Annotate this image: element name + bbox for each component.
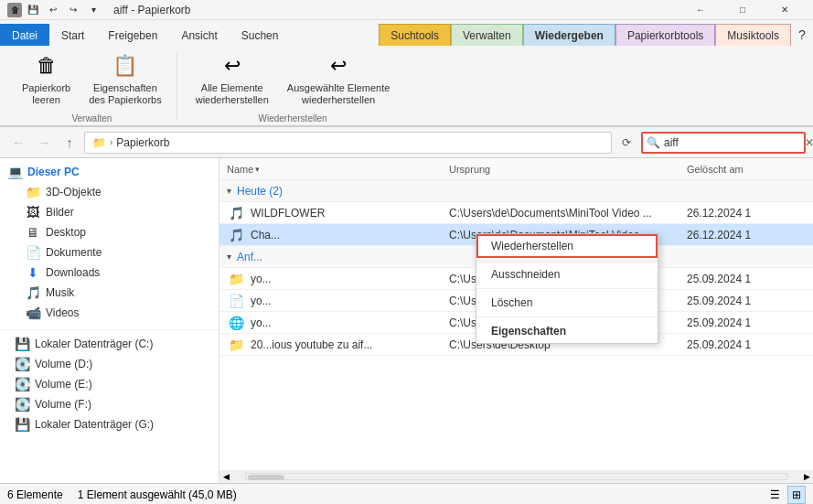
volume-d-icon: 💽 (15, 357, 29, 371)
sidebar-item-downloads-label: Downloads (46, 266, 211, 279)
tab-freigeben[interactable]: Freigeben (96, 24, 169, 46)
sidebar-item-downloads[interactable]: ⬇ Downloads (0, 263, 219, 283)
tab-ansicht[interactable]: Ansicht (169, 24, 229, 46)
tab-datei[interactable]: Datei (0, 24, 49, 46)
sidebar-item-volume-d[interactable]: 💽 Volume (D:) (0, 354, 219, 374)
zo-icon: 📁 (227, 336, 245, 354)
btn-eigenschaften[interactable]: 📋 Eigenschaftendes Papierkorbs (81, 48, 169, 110)
help-button[interactable]: ? (791, 24, 813, 46)
ausschneiden-label: Ausschneiden (491, 268, 560, 281)
close-button[interactable]: ✕ (764, 0, 806, 20)
file-row-wildflower[interactable]: 🎵 WILDFLOWER C:\Users\de\Documents\MiniT… (219, 202, 813, 224)
sidebar-item-lokaler-g-label: Lokaler Datenträger (G:) (35, 418, 211, 431)
search-clear-button[interactable]: ✕ (805, 136, 813, 149)
lokaler-c-icon: 💾 (15, 337, 29, 351)
sidebar-item-musik-label: Musik (46, 286, 211, 299)
ribbon-group-verwalten: 🗑 Papierkorbleeren 📋 Eigenschaftendes Pa… (7, 51, 177, 121)
refresh-button[interactable]: ⟳ (615, 132, 637, 154)
yo2-deleted: 25.09.2024 1 (687, 295, 806, 307)
qat-redo[interactable]: ↪ (64, 1, 82, 19)
title-bar-left: 🗑 💾 ↩ ↪ ▾ aiff - Papierkorb (7, 1, 191, 19)
yo2-icon: 📄 (227, 292, 245, 310)
volume-f-icon: 💽 (15, 397, 29, 412)
ribbon-tab-bar: Datei Start Freigeben Ansicht Suchen Suc… (0, 20, 813, 46)
dokumente-icon: 📄 (26, 245, 40, 260)
main-area: 💻 Dieser PC 📁 3D-Objekte 🖼 Bilder 🖥 Desk… (0, 158, 813, 483)
qat-save[interactable]: 💾 (24, 1, 42, 19)
file-group-heute[interactable]: ▾ Heute (2) (219, 180, 813, 202)
tab-papierkorbtools[interactable]: Papierkorbtools (615, 24, 715, 46)
status-selected: 1 Element ausgewählt (45,0 MB) (78, 488, 237, 501)
btn-papierkorb-leeren[interactable]: 🗑 Papierkorbleeren (15, 48, 78, 110)
sidebar-item-lokaler-g[interactable]: 💾 Lokaler Datenträger (G:) (0, 414, 219, 434)
hscroll-thumb[interactable] (248, 475, 284, 480)
col-deleted-label: Gelöscht am (687, 164, 743, 175)
yo3-icon: 🌐 (227, 314, 245, 332)
col-origin-header[interactable]: Ursprung (449, 164, 687, 175)
hscroll-track[interactable] (245, 473, 787, 480)
hscroll-left[interactable]: ◀ (219, 470, 232, 483)
tab-musiktools[interactable]: Musiktools (715, 24, 791, 46)
search-icon: 🔍 (647, 136, 660, 149)
col-name-header[interactable]: Name ▾ (227, 164, 449, 175)
yo3-name: yo... (251, 316, 449, 329)
title-bar: 🗑 💾 ↩ ↪ ▾ aiff - Papierkorb ← □ ✕ (0, 0, 813, 20)
tab-verwalten[interactable]: Verwalten (451, 24, 523, 46)
context-menu-item-loeschen[interactable]: Löschen (476, 291, 658, 315)
btn-eigenschaften-label: Eigenschaftendes Papierkorbs (89, 82, 162, 106)
sidebar-item-lokaler-c[interactable]: 💾 Lokaler Datenträger (C:) (0, 334, 219, 354)
context-menu-item-ausschneiden[interactable]: Ausschneiden (476, 263, 658, 286)
ribbon-group-wiederherstellen-buttons: ↩ Alle Elementewiederherstellen ↩ Ausgew… (188, 48, 398, 110)
context-menu-item-wiederherstellen[interactable]: Wiederherstellen (476, 234, 658, 258)
sidebar-item-volume-e-label: Volume (E:) (35, 378, 211, 391)
btn-papierkorb-leeren-label: Papierkorbleeren (22, 82, 70, 106)
horizontal-scrollbar[interactable]: ◀ ▶ (219, 470, 813, 483)
maximize-button[interactable]: □ (722, 0, 764, 20)
ribbon-group-wiederherstellen: ↩ Alle Elementewiederherstellen ↩ Ausgew… (181, 51, 405, 121)
back-button[interactable]: ← (7, 132, 29, 154)
status-info: 6 Elemente 1 Element ausgewählt (45,0 MB… (7, 488, 237, 501)
sidebar-item-bilder[interactable]: 🖼 Bilder (0, 202, 219, 222)
context-menu-item-eigenschaften[interactable]: Eigenschaften (476, 319, 658, 343)
restore-all-icon: ↩ (218, 51, 247, 80)
zo-name: 20...ious youtube zu aif... (251, 338, 449, 351)
tab-start[interactable]: Start (49, 24, 96, 46)
btn-alle-wiederherstellen[interactable]: ↩ Alle Elementewiederherstellen (188, 48, 276, 110)
forward-button[interactable]: → (33, 132, 55, 154)
musik-icon: 🎵 (26, 285, 40, 300)
sidebar-item-desktop[interactable]: 🖥 Desktop (0, 222, 219, 242)
sidebar-item-3d-objekte[interactable]: 📁 3D-Objekte (0, 182, 219, 202)
tab-suchtools[interactable]: Suchtools (379, 24, 451, 46)
qat-undo[interactable]: ↩ (44, 1, 62, 19)
context-menu: Wiederherstellen Ausschneiden Löschen Ei… (476, 233, 658, 344)
sidebar-item-dokumente[interactable]: 📄 Dokumente (0, 242, 219, 263)
ribbon-group-verwalten-label: Verwalten (71, 113, 112, 123)
up-button[interactable]: ↑ (59, 132, 80, 154)
eigenschaften-label: Eigenschaften (491, 325, 566, 338)
sidebar-item-dieser-pc[interactable]: 💻 Dieser PC (0, 162, 219, 182)
col-deleted-header[interactable]: Gelöscht am (687, 164, 806, 175)
tab-suchen[interactable]: Suchen (230, 24, 291, 46)
sidebar-item-volume-f[interactable]: 💽 Volume (F:) (0, 394, 219, 414)
yo1-deleted: 25.09.2024 1 (687, 273, 806, 285)
btn-ausgewaehlte-wiederherstellen[interactable]: ↩ Ausgewählte Elementewiederherstellen (280, 48, 398, 110)
minimize-button[interactable]: ← (679, 0, 722, 20)
sidebar: 💻 Dieser PC 📁 3D-Objekte 🖼 Bilder 🖥 Desk… (0, 158, 219, 483)
sidebar-item-musik[interactable]: 🎵 Musik (0, 283, 219, 303)
view-tiles-button[interactable]: ⊞ (787, 486, 806, 504)
file-group-anf-arrow: ▾ (227, 252, 231, 262)
sidebar-item-volume-e[interactable]: 💽 Volume (E:) (0, 374, 219, 394)
wildflower-icon: 🎵 (227, 204, 245, 222)
qat-dropdown[interactable]: ▾ (84, 1, 102, 19)
cha-name: Cha... (251, 229, 449, 241)
sidebar-item-bilder-label: Bilder (46, 206, 211, 219)
col-sort-arrow: ▾ (255, 165, 260, 174)
search-input[interactable] (664, 136, 801, 149)
tab-wiedergeben[interactable]: Wiedergeben (523, 24, 615, 46)
col-origin-label: Ursprung (449, 164, 490, 175)
sidebar-item-videos[interactable]: 📹 Videos (0, 303, 219, 323)
address-path[interactable]: 📁 › Papierkorb (84, 132, 612, 154)
view-details-button[interactable]: ☰ (765, 486, 784, 504)
cha-icon: 🎵 (227, 226, 245, 244)
hscroll-right[interactable]: ▶ (800, 470, 813, 483)
